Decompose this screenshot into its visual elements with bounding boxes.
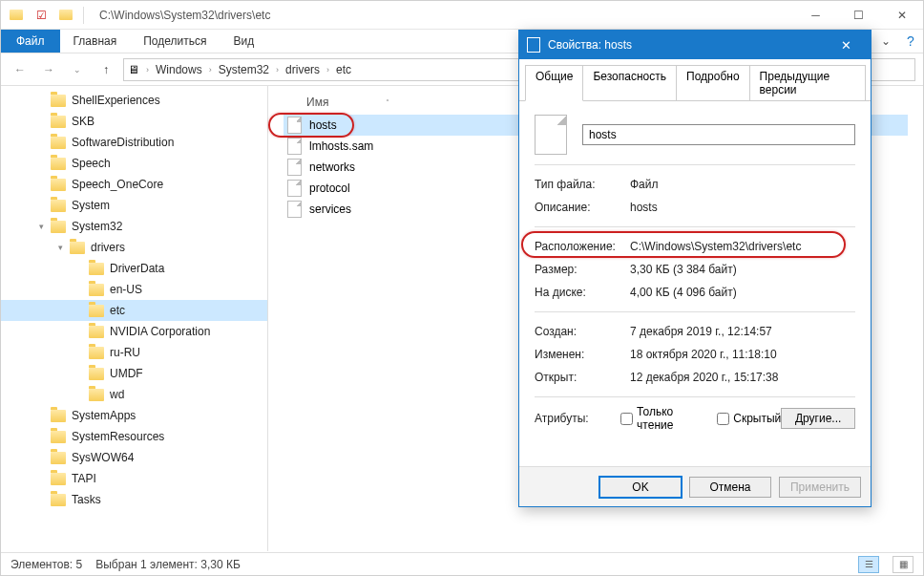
ribbon-expand-icon[interactable]: ⌄ [873,30,898,53]
folder-icon [89,284,104,296]
checkbox-hidden[interactable]: Скрытый [717,412,781,425]
chevron-right-icon[interactable]: › [146,65,149,75]
tree-item[interactable]: DriverData [1,258,267,279]
label-description: Описание: [535,201,630,214]
chevron-right-icon[interactable]: › [276,65,279,75]
breadcrumb[interactable]: drivers [285,63,320,76]
value-description: hosts [630,201,658,214]
tab-security[interactable]: Безопасность [582,65,677,100]
dialog-close-button[interactable]: ✕ [829,31,863,59]
tree-item[interactable]: ▾System32 [1,216,267,237]
nav-forward-button[interactable]: → [37,58,60,81]
tree-item[interactable]: SysWOW64 [1,447,267,468]
nav-back-button[interactable]: ← [9,58,32,81]
window-title: C:\Windows\System32\drivers\etc [99,9,270,22]
folder-icon [51,116,66,128]
dialog-tabs: Общие Безопасность Подробно Предыдущие в… [519,59,871,101]
label-location: Расположение: [535,240,630,253]
tree-item[interactable]: SystemResources [1,426,267,447]
tree-item[interactable]: SKB [1,111,267,132]
tree-item-label: UMDF [110,367,143,380]
dialog-title: Свойства: hosts [548,38,632,52]
tree-item[interactable]: Speech_OneCore [1,174,267,195]
tree-item-label: Speech_OneCore [72,178,163,191]
tree-item[interactable]: System [1,195,267,216]
tree-item[interactable]: wd [1,384,267,405]
ribbon-share-tab[interactable]: Поделиться [130,30,220,53]
tree-item-label: NVIDIA Corporation [110,325,210,338]
nav-up-button[interactable]: ↑ [94,58,117,81]
tree-item-label: Speech [72,157,111,170]
tree-item[interactable]: TAPI [1,468,267,489]
label-attributes: Атрибуты: [535,412,620,425]
column-name-label: Имя [306,96,328,109]
folder-tree[interactable]: ShellExperiencesSKBSoftwareDistributionS… [1,86,268,551]
properties-dialog: Свойства: hosts ✕ Общие Безопасность Под… [518,30,872,507]
ribbon-file-tab[interactable]: Файл [1,30,60,53]
close-button[interactable]: ✕ [880,1,923,30]
tree-item[interactable]: ▾drivers [1,237,267,258]
tree-item[interactable]: NVIDIA Corporation [1,321,267,342]
label-size: Размер: [535,263,630,276]
breadcrumb[interactable]: Windows [156,63,202,76]
dialog-titlebar[interactable]: Свойства: hosts ✕ [519,31,871,59]
folder-icon [51,452,66,464]
tab-previous-versions[interactable]: Предыдущие версии [749,65,866,100]
ribbon-view-tab[interactable]: Вид [220,30,267,53]
file-name: protocol [309,181,350,195]
chevron-right-icon[interactable]: › [209,65,212,75]
tree-item[interactable]: en-US [1,279,267,300]
tree-item[interactable]: ru-RU [1,342,267,363]
file-icon [287,201,302,218]
tree-item[interactable]: etc [1,300,267,321]
value-accessed: 12 декабря 2020 г., 15:17:38 [630,371,778,384]
attributes-other-button[interactable]: Другие... [781,408,855,429]
tree-caret-icon[interactable]: ▾ [39,222,51,231]
value-created: 7 декабря 2019 г., 12:14:57 [630,325,772,338]
cancel-button[interactable]: Отмена [689,477,771,498]
file-icon [287,138,302,155]
chevron-right-icon[interactable]: › [326,65,329,75]
folder-icon [89,326,104,338]
tree-item[interactable]: Tasks [1,489,267,510]
file-icon [287,117,302,134]
view-icons-button[interactable]: ▦ [892,556,914,573]
tree-item-label: DriverData [110,262,164,275]
maximize-button[interactable]: ☐ [837,1,880,30]
tree-item[interactable]: SystemApps [1,405,267,426]
status-bar: Элементов: 5 Выбран 1 элемент: 3,30 КБ ☰… [1,552,923,575]
tree-caret-icon[interactable]: ▾ [58,243,70,252]
pc-icon: 🖥 [128,63,139,76]
apply-button[interactable]: Применить [779,477,861,498]
tree-item-label: ru-RU [110,346,140,359]
folder-app-icon [9,8,24,23]
tree-item-label: SysWOW64 [72,451,134,464]
tree-item-label: SoftwareDistribution [72,136,174,149]
file-icon [287,180,302,197]
tree-item[interactable]: SoftwareDistribution [1,132,267,153]
qat-dropdown-icon[interactable] [58,8,74,23]
help-icon[interactable]: ? [898,30,923,53]
ok-button[interactable]: OK [599,477,682,498]
qat-properties-icon[interactable]: ☑ [33,8,49,23]
ribbon-home-tab[interactable]: Главная [60,30,131,53]
tree-item[interactable]: Speech [1,153,267,174]
tree-item[interactable]: UMDF [1,363,267,384]
nav-history-dropdown[interactable]: ⌄ [66,58,89,81]
tree-item[interactable]: ShellExperiences [1,90,267,111]
minimize-button[interactable]: ─ [794,1,837,30]
checkbox-readonly[interactable]: Только чтение [620,405,704,432]
filename-field[interactable] [582,124,855,145]
tree-item-label: SystemApps [72,409,136,422]
file-name: lmhosts.sam [309,139,373,153]
folder-icon [51,95,66,107]
tree-item-label: etc [110,304,125,317]
breadcrumb[interactable]: System32 [219,63,269,76]
tab-general[interactable]: Общие [525,65,583,101]
view-details-button[interactable]: ☰ [858,556,879,573]
tree-item-label: drivers [91,241,125,254]
breadcrumb[interactable]: etc [336,63,351,76]
folder-icon [51,179,66,191]
qat-divider [83,7,84,24]
tab-details[interactable]: Подробно [676,65,750,100]
